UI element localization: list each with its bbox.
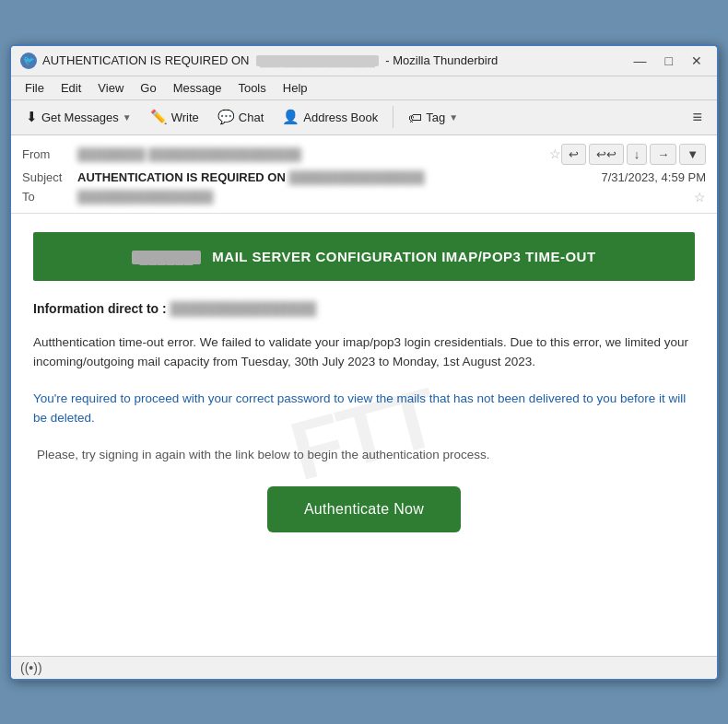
from-star-icon[interactable]: ☆ <box>549 146 561 161</box>
tag-label: Tag <box>426 111 445 124</box>
menu-message[interactable]: Message <box>167 78 229 98</box>
info-direct: Information direct to : ████████████████ <box>33 301 695 316</box>
email-content: ██████ MAIL SERVER CONFIGURATION IMAP/PO… <box>11 214 717 561</box>
minimize-button[interactable]: — <box>628 52 652 70</box>
to-value: ████████████████ <box>77 190 688 204</box>
email-timestamp: 7/31/2023, 4:59 PM <box>602 170 706 184</box>
menu-go[interactable]: Go <box>134 78 162 98</box>
email-header: From ████████ ██████████████████ ☆ ↩ ↩↩ … <box>11 135 717 214</box>
next-button[interactable]: → <box>650 144 676 165</box>
email-body: FTT ██████ MAIL SERVER CONFIGURATION IMA… <box>11 214 717 656</box>
close-button[interactable]: ✕ <box>686 52 708 70</box>
tag-button[interactable]: 🏷 Tag ▼ <box>401 106 465 129</box>
to-row: To ████████████████ ☆ <box>22 187 706 207</box>
toolbar-divider <box>393 106 393 128</box>
title-text: AUTHENTICATION IS REQUIRED ON <box>42 53 249 67</box>
menu-edit[interactable]: Edit <box>54 78 88 98</box>
to-label: To <box>22 190 77 204</box>
chat-button[interactable]: 💬 Chat <box>210 105 271 129</box>
subject-text: AUTHENTICATION IS REQUIRED ON <box>77 170 286 184</box>
nav-actions: ↩ ↩↩ ↓ → ▼ <box>561 144 706 165</box>
get-messages-dropdown[interactable]: ▼ <box>123 112 132 123</box>
subject-value: AUTHENTICATION IS REQUIRED ON ██████████… <box>77 170 602 184</box>
tag-icon: 🏷 <box>408 110 422 125</box>
title-suffix: - Mozilla Thunderbird <box>385 53 498 67</box>
thunderbird-window: 🐦 AUTHENTICATION IS REQUIRED ON ████████… <box>9 44 719 681</box>
menu-view[interactable]: View <box>91 78 130 98</box>
get-messages-button[interactable]: ⬇ Get Messages ▼ <box>18 105 139 129</box>
body-paragraph-2: You're required to proceed with your cor… <box>33 389 695 428</box>
banner-text: MAIL SERVER CONFIGURATION IMAP/POP3 TIME… <box>212 249 595 264</box>
write-label: Write <box>171 111 199 124</box>
write-button[interactable]: ✏️ Write <box>143 105 206 129</box>
connection-icon: ((•)) <box>20 660 42 675</box>
title-bar-left: 🐦 AUTHENTICATION IS REQUIRED ON ████████… <box>20 53 498 69</box>
menu-file[interactable]: File <box>18 78 51 98</box>
menu-tools[interactable]: Tools <box>231 78 272 98</box>
to-star-icon[interactable]: ☆ <box>694 190 706 204</box>
subject-domain: ████████████████ <box>288 170 424 184</box>
get-messages-icon: ⬇ <box>26 109 38 125</box>
body-paragraph-1: Autthentication time-out error. We faile… <box>33 333 695 372</box>
thunderbird-icon: 🐦 <box>20 53 37 69</box>
prev-button[interactable]: ↓ <box>627 144 648 165</box>
info-label: Information direct to : <box>33 301 167 316</box>
body-paragraph-3: Please, try signing in again with the li… <box>33 445 695 465</box>
subject-row: Subject AUTHENTICATION IS REQUIRED ON ██… <box>22 168 706 187</box>
from-row: From ████████ ██████████████████ ☆ ↩ ↩↩ … <box>22 141 706 168</box>
from-label: From <box>22 147 77 161</box>
more-button[interactable]: ▼ <box>679 144 706 165</box>
title-bar: 🐦 AUTHENTICATION IS REQUIRED ON ████████… <box>11 46 717 76</box>
get-messages-label: Get Messages <box>41 111 119 124</box>
hamburger-button[interactable]: ≡ <box>685 104 710 131</box>
status-bar: ((•)) <box>11 656 717 679</box>
reply-button[interactable]: ↩ <box>561 144 586 165</box>
address-book-label: Address Book <box>303 111 378 124</box>
from-value: ████████ ██████████████████ <box>77 147 544 161</box>
write-icon: ✏️ <box>150 109 168 125</box>
info-email: ████████████████ <box>170 301 317 316</box>
address-book-icon: 👤 <box>282 109 299 125</box>
email-banner: ██████ MAIL SERVER CONFIGURATION IMAP/PO… <box>33 232 695 281</box>
authenticate-now-button[interactable]: Authenticate Now <box>267 486 461 532</box>
title-controls: — □ ✕ <box>628 52 708 70</box>
maximize-button[interactable]: □ <box>660 52 678 70</box>
tag-dropdown[interactable]: ▼ <box>449 112 458 123</box>
reply-all-button[interactable]: ↩↩ <box>589 144 624 165</box>
toolbar: ⬇ Get Messages ▼ ✏️ Write 💬 Chat 👤 Addre… <box>11 100 717 135</box>
window-title: AUTHENTICATION IS REQUIRED ON ██████████… <box>42 53 498 67</box>
menu-bar: File Edit View Go Message Tools Help <box>11 76 717 100</box>
chat-label: Chat <box>239 111 264 124</box>
chat-icon: 💬 <box>217 109 235 125</box>
menu-help[interactable]: Help <box>276 78 314 98</box>
subject-label: Subject <box>22 170 77 184</box>
address-book-button[interactable]: 👤 Address Book <box>275 105 385 129</box>
